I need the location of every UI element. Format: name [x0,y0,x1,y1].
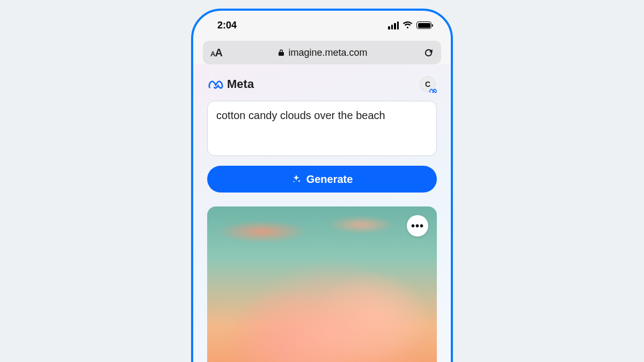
sparkle-icon [291,174,301,184]
avatar[interactable]: C [420,76,436,92]
text-size-button[interactable]: AA [210,47,222,59]
browser-address-bar[interactable]: AA imagine.meta.com [203,41,441,64]
avatar-initial: C [425,80,430,88]
generate-button-label: Generate [306,173,353,186]
generate-button[interactable]: Generate [207,166,437,193]
prompt-input[interactable] [207,101,437,156]
clock: 2:04 [217,20,237,31]
status-bar: 2:04 [193,11,451,36]
url-display[interactable]: imagine.meta.com [278,47,367,58]
image-more-button[interactable]: ••• [407,215,428,237]
phone-frame: 2:04 AA imagine.meta.com [191,9,453,362]
meta-badge-icon [429,88,437,93]
more-icon: ••• [411,220,424,232]
meta-logo-icon [208,79,223,89]
lock-icon [278,49,284,56]
url-text: imagine.meta.com [288,47,367,58]
header-row: Meta C [207,76,437,92]
reload-icon[interactable] [423,48,434,58]
brand[interactable]: Meta [208,77,254,91]
generated-image[interactable]: ••• [207,206,437,362]
battery-icon [416,21,431,29]
cellular-signal-icon [388,21,399,29]
wifi-icon [402,21,413,29]
brand-name: Meta [227,77,254,91]
page-content: Meta C Generate ••• [193,64,451,362]
status-icons [388,21,431,29]
